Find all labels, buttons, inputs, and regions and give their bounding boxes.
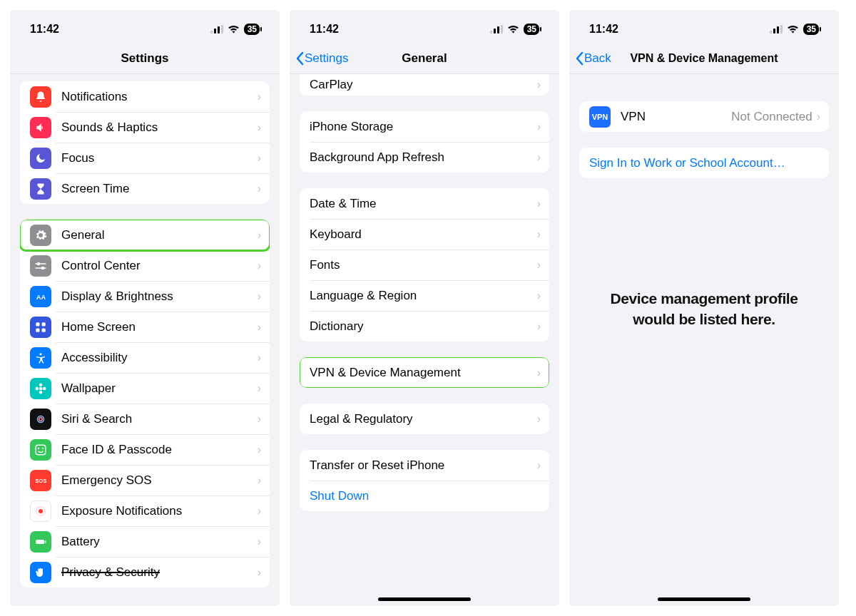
chevron-right-icon: › <box>537 459 541 472</box>
row-label: Dictionary <box>310 319 537 334</box>
battery-icon: 35 <box>803 24 819 35</box>
page-title: VPN & Device Management <box>630 52 778 65</box>
chevron-right-icon: › <box>537 289 541 302</box>
row-faceid[interactable]: Face ID & Passcode › <box>20 434 270 465</box>
status-bar: 11:42 35 <box>290 10 559 43</box>
row-transfer-reset[interactable]: Transfer or Reset iPhone › <box>300 450 549 481</box>
screenshot-vpn: 11:42 35 Back VPN & Device Management VP… <box>569 10 839 606</box>
row-dictionary[interactable]: Dictionary › <box>300 311 549 342</box>
svg-point-16 <box>39 391 43 394</box>
row-sounds[interactable]: Sounds & Haptics › <box>20 112 270 143</box>
row-general[interactable]: General › <box>20 220 270 250</box>
row-vpn-device-mgmt[interactable]: VPN & Device Management › <box>300 357 549 388</box>
row-screentime[interactable]: Screen Time › <box>20 173 270 204</box>
row-fonts[interactable]: Fonts › <box>300 250 549 280</box>
toggles-icon <box>30 255 51 277</box>
chevron-right-icon: › <box>258 413 261 426</box>
row-label: Transfer or Reset iPhone <box>310 458 537 473</box>
row-control-center[interactable]: Control Center › <box>20 250 270 281</box>
row-siri[interactable]: Siri & Search › <box>20 404 270 434</box>
status-icons: 35 <box>210 24 260 35</box>
row-label: General <box>61 228 258 242</box>
chevron-right-icon: › <box>537 78 541 91</box>
status-bar: 11:42 35 <box>10 10 280 43</box>
row-label: Accessibility <box>61 351 258 365</box>
chevron-right-icon: › <box>258 121 261 134</box>
wifi-icon <box>507 25 519 34</box>
exposure-icon <box>30 500 51 522</box>
face-icon <box>30 439 51 461</box>
row-shutdown[interactable]: Shut Down <box>300 481 549 511</box>
svg-rect-34 <box>770 31 772 34</box>
row-focus[interactable]: Focus › <box>20 143 270 173</box>
vpn-status: Not Connected <box>731 110 812 124</box>
row-signin-work[interactable]: Sign In to Work or School Account… <box>579 148 829 178</box>
row-label: Battery <box>61 535 258 549</box>
row-label: Emergency SOS <box>61 473 258 488</box>
row-display[interactable]: AA Display & Brightness › <box>20 281 270 312</box>
chevron-right-icon: › <box>537 366 541 379</box>
vpn-icon: VPN <box>589 106 611 128</box>
row-label: Shut Down <box>310 489 541 503</box>
screenshot-general: 11:42 35 Settings General CarPlay › <box>290 10 559 606</box>
row-label: Wallpaper <box>61 381 258 396</box>
chevron-right-icon: › <box>258 382 261 395</box>
back-button[interactable]: Back <box>575 43 611 73</box>
svg-point-26 <box>39 509 43 513</box>
chevron-right-icon: › <box>258 505 261 518</box>
row-iphone-storage[interactable]: iPhone Storage › <box>300 111 549 142</box>
chevron-right-icon: › <box>258 260 261 272</box>
row-bg-refresh[interactable]: Background App Refresh › <box>300 142 549 173</box>
row-label: Siri & Search <box>61 412 258 426</box>
row-label: Date & Time <box>310 197 537 211</box>
row-vpn[interactable]: VPN VPN Not Connected › <box>579 101 829 132</box>
page-title: Settings <box>121 51 168 66</box>
row-label: Control Center <box>61 259 258 273</box>
general-list[interactable]: CarPlay › iPhone Storage › Background Ap… <box>290 74 559 606</box>
status-time: 11:42 <box>310 23 339 36</box>
chevron-right-icon: › <box>258 351 261 364</box>
svg-rect-10 <box>42 322 46 326</box>
back-button[interactable]: Settings <box>295 43 348 73</box>
chevron-right-icon: › <box>258 290 261 303</box>
home-indicator[interactable] <box>378 597 471 601</box>
row-keyboard[interactable]: Keyboard › <box>300 219 549 250</box>
battery-icon: 35 <box>244 24 260 35</box>
svg-rect-32 <box>497 26 499 34</box>
chevron-right-icon: › <box>258 535 261 548</box>
svg-point-13 <box>40 353 42 355</box>
svg-rect-2 <box>218 26 220 34</box>
vpn-list[interactable]: VPN VPN Not Connected › Sign In to Work … <box>569 74 839 606</box>
row-carplay[interactable]: CarPlay › <box>300 74 549 96</box>
svg-rect-3 <box>221 25 223 34</box>
row-date-time[interactable]: Date & Time › <box>300 188 549 219</box>
home-indicator[interactable] <box>658 597 750 601</box>
row-exposure[interactable]: Exposure Notifications › <box>20 496 270 526</box>
row-battery[interactable]: Battery › <box>20 526 270 557</box>
row-label: Display & Brightness <box>61 289 258 304</box>
row-wallpaper[interactable]: Wallpaper › <box>20 373 270 404</box>
row-accessibility[interactable]: Accessibility › <box>20 342 270 373</box>
screenshot-settings: 11:42 35 Settings Notifications › Sounds… <box>10 10 280 606</box>
svg-point-22 <box>38 447 39 448</box>
cellular-icon <box>490 25 503 34</box>
chevron-right-icon: › <box>258 566 261 579</box>
battery-row-icon <box>30 531 51 553</box>
speaker-icon <box>30 117 51 138</box>
row-privacy[interactable]: Privacy & Security › <box>20 557 270 587</box>
grid-icon <box>30 317 51 338</box>
row-label: Sign In to Work or School Account… <box>589 156 820 170</box>
row-legal[interactable]: Legal & Regulatory › <box>300 404 549 434</box>
row-sos[interactable]: SOS Emergency SOS › <box>20 465 270 496</box>
sos-icon: SOS <box>30 470 51 491</box>
row-language[interactable]: Language & Region › <box>300 280 549 311</box>
chevron-right-icon: › <box>258 321 261 334</box>
status-time: 11:42 <box>589 23 618 36</box>
svg-rect-28 <box>36 540 44 544</box>
svg-point-15 <box>39 383 43 386</box>
svg-point-17 <box>36 386 39 390</box>
row-notifications[interactable]: Notifications › <box>20 81 270 112</box>
chevron-right-icon: › <box>537 228 541 241</box>
row-home-screen[interactable]: Home Screen › <box>20 312 270 342</box>
settings-list[interactable]: Notifications › Sounds & Haptics › Focus… <box>10 74 280 606</box>
